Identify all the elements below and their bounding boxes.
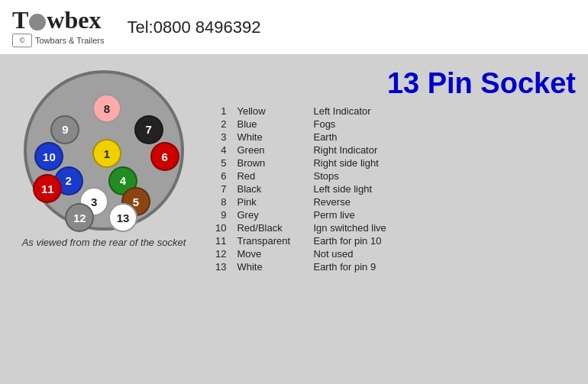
pin-number: 9 (211, 208, 232, 221)
logo-area: Twbex © Towbars & Trailers (12, 8, 104, 47)
pin-color: Black (232, 182, 309, 195)
socket-pin-1: 1 (92, 139, 121, 168)
pin-description: Ign switched live (309, 221, 576, 234)
pin-color: White (232, 131, 309, 144)
socket-pin-9: 9 (50, 115, 79, 144)
pin-description: Fogs (309, 118, 576, 131)
pin-description: Perm live (309, 208, 576, 221)
socket-pin-8: 8 (92, 94, 121, 123)
pin-number: 1 (211, 105, 232, 118)
table-row: 10 Red/Black Ign switched live (211, 221, 576, 234)
pin-color: Move (232, 247, 309, 260)
pin-number: 5 (211, 157, 232, 169)
pin-table: 1 Yellow Left Indicator 2 Blue Fogs 3 Wh… (211, 105, 576, 273)
socket-pin-10: 10 (34, 142, 63, 171)
tel-label: Tel: (127, 18, 153, 37)
pin-color: Transparent (232, 234, 309, 247)
socket-pin-12: 12 (65, 203, 94, 232)
table-row: 2 Blue Fogs (211, 118, 576, 131)
socket-pin-11: 11 (33, 174, 62, 203)
tel-text: Tel:0800 8496392 (127, 18, 260, 37)
pin-number: 6 (211, 169, 232, 182)
pin-description: Earth for pin 10 (309, 234, 576, 247)
table-row: 13 White Earth for pin 9 (211, 260, 576, 273)
pin-number: 7 (211, 182, 232, 195)
pin-color: Grey (232, 208, 309, 221)
pin-number: 3 (211, 131, 232, 144)
table-row: 6 Red Stops (211, 169, 576, 182)
table-row: 1 Yellow Left Indicator (211, 105, 576, 118)
table-row: 8 Pink Reverse (211, 195, 576, 208)
pin-description: Earth for pin 9 (309, 260, 576, 273)
socket-pin-6: 6 (150, 142, 179, 171)
pin-color: Yellow (232, 105, 309, 118)
diagram-section: 89711062411351213 As viewed from the rea… (12, 63, 195, 376)
pin-description: Right Indicator (309, 144, 576, 157)
table-row: 3 White Earth (211, 131, 576, 144)
pin-number: 12 (211, 247, 232, 260)
pin-description: Reverse (309, 195, 576, 208)
pin-description: Left side light (309, 182, 576, 195)
main-content: 89711062411351213 As viewed from the rea… (0, 55, 588, 384)
logo-tagline: Towbars & Trailers (35, 36, 104, 45)
diagram-caption: As viewed from the rear of the socket (22, 237, 186, 248)
tel-info: Tel:0800 8496392 (127, 18, 260, 37)
socket-pin-13: 13 (108, 203, 137, 232)
logo-subtitle: © Towbars & Trailers (12, 34, 104, 47)
pin-description: Left Indicator (309, 105, 576, 118)
pin-number: 11 (211, 234, 232, 247)
logo-badge: © (12, 34, 32, 47)
pin-color: Pink (232, 195, 309, 208)
pin-number: 2 (211, 118, 232, 131)
pin-color: Red/Black (232, 221, 309, 234)
pin-number: 13 (211, 260, 232, 273)
pin-color: Red (232, 169, 309, 182)
table-row: 4 Green Right Indicator (211, 144, 576, 157)
table-row: 5 Brown Right side light (211, 157, 576, 169)
table-row: 7 Black Left side light (211, 182, 576, 195)
table-row: 12 Move Not used (211, 247, 576, 260)
pin-description: Not used (309, 247, 576, 260)
logo-icon (29, 14, 46, 31)
pin-color: Brown (232, 157, 309, 169)
info-section: 13 Pin Socket 1 Yellow Left Indicator 2 … (211, 63, 576, 376)
pin-description: Stops (309, 169, 576, 182)
tel-number: 0800 8496392 (153, 18, 261, 37)
table-row: 11 Transparent Earth for pin 10 (211, 234, 576, 247)
logo-title: Twbex (12, 8, 101, 32)
pin-number: 8 (211, 195, 232, 208)
pin-number: 4 (211, 144, 232, 157)
page-title: 13 Pin Socket (211, 67, 576, 100)
pin-color: White (232, 260, 309, 273)
table-row: 9 Grey Perm live (211, 208, 576, 221)
socket-diagram: 89711062411351213 (24, 70, 184, 231)
header: Twbex © Towbars & Trailers Tel:0800 8496… (0, 0, 588, 55)
pin-description: Right side light (309, 157, 576, 169)
socket-pin-7: 7 (134, 115, 163, 144)
pin-description: Earth (309, 131, 576, 144)
pin-color: Green (232, 144, 309, 157)
pin-color: Blue (232, 118, 309, 131)
pin-number: 10 (211, 221, 232, 234)
